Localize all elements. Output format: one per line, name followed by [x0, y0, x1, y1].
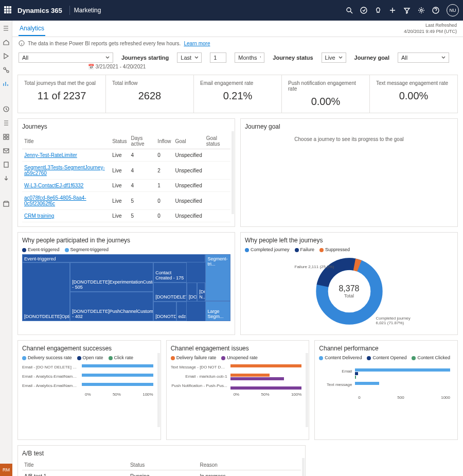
nav-chart-icon[interactable] — [3, 80, 9, 87]
kpi-email: Email engagement rate0.21% — [194, 75, 282, 113]
abtest-table: TitleStatusReason A/B test 1RunningIn pr… — [22, 460, 301, 476]
starting-label: Journeys starting — [121, 55, 169, 61]
main-content: Analytics Last Refreshed 4/20/2021 9:49 … — [12, 21, 463, 476]
performance-chart[interactable]: Email Text message 05001000 — [319, 368, 453, 435]
top-actions: NU — [346, 4, 459, 16]
rm-badge[interactable]: RM — [0, 464, 12, 476]
performance-card: Channel performance Content DeliveredCon… — [314, 340, 458, 440]
treemap-chart[interactable]: Event-triggered [DONOTDELETE]Optimizatio… — [22, 254, 230, 321]
help-icon[interactable] — [432, 7, 439, 14]
info-icon — [19, 40, 25, 46]
nav-nodes-icon[interactable] — [3, 66, 9, 73]
nav-grid-icon[interactable] — [3, 133, 9, 140]
journey-goal-card: Journey goal Choose a journey to see its… — [240, 118, 458, 227]
table-row[interactable]: W-L3-ContactEJ-df1f6332Live41Unspecified — [22, 180, 230, 192]
goal-dd[interactable]: All — [398, 52, 449, 63]
goal-label: Journey goal — [354, 55, 389, 61]
status-dd[interactable]: Live — [322, 52, 346, 63]
starting-mode-dd[interactable]: Last — [177, 52, 202, 63]
settings-icon[interactable] — [418, 7, 425, 14]
journey-link[interactable]: SegmentL3Tests-SegmentJourney-a59c2760 — [24, 165, 105, 176]
table-row[interactable]: ac078fcd-8e65-4805-8aa4-0c5f23062f6cLive… — [22, 192, 230, 210]
journey-link[interactable]: ac078fcd-8e65-4805-8aa4-0c5f23062f6c — [24, 195, 86, 206]
success-card: Channel engagement successes Delivery su… — [17, 340, 161, 440]
svg-rect-7 — [4, 134, 6, 136]
starting-unit-dd[interactable]: Months — [235, 52, 264, 63]
search-icon[interactable] — [346, 7, 353, 14]
date-range-hint: 📅 3/21/2021 - 4/20/2021 — [12, 64, 463, 73]
add-icon[interactable] — [389, 7, 396, 14]
filter-bar: All Journeys starting Last 1 Months Jour… — [12, 49, 463, 64]
scrollbar[interactable] — [306, 353, 308, 427]
nav-menu-icon[interactable] — [3, 25, 9, 31]
svg-rect-11 — [4, 149, 9, 153]
scrollbar[interactable] — [157, 353, 160, 427]
task-icon[interactable] — [360, 7, 367, 14]
nav-list-icon[interactable] — [3, 119, 9, 126]
nav-mail-icon[interactable] — [3, 147, 9, 154]
nav-archive-icon[interactable] — [3, 200, 9, 207]
nav-doc-icon[interactable] — [3, 161, 9, 168]
svg-rect-8 — [7, 134, 9, 136]
journeys-table: TitleStatusDays activeInflowGoalGoal sta… — [22, 133, 230, 222]
kpi-row: Total journeys that met the goal11 of 22… — [17, 75, 458, 113]
svg-rect-9 — [4, 137, 6, 139]
svg-rect-12 — [4, 162, 8, 167]
svg-point-2 — [420, 9, 422, 11]
nav-home-icon[interactable] — [3, 39, 9, 45]
top-bar: Dynamics 365 Marketing NU — [0, 0, 463, 21]
last-refreshed: Last Refreshed 4/20/2021 9:49 PM (UTC) — [404, 23, 457, 34]
journey-link[interactable]: CRM training — [24, 213, 54, 219]
table-row[interactable]: Jenny-Test-RateLimiterLive40Unspecified — [22, 149, 230, 162]
starting-qty-dd[interactable]: 1 — [210, 52, 226, 63]
app-launcher-icon[interactable] — [4, 6, 12, 14]
filter-icon[interactable] — [403, 7, 411, 14]
journeys-card: Journeys TitleStatusDays activeInflowGoa… — [17, 118, 235, 227]
table-row[interactable]: CRM trainingLive50Unspecified — [22, 210, 230, 222]
kpi-text: Text message engagement rate0.00% — [370, 75, 457, 113]
issues-card: Channel engagement issues Delivery failu… — [166, 340, 310, 440]
svg-point-1 — [361, 7, 367, 13]
tab-analytics[interactable]: Analytics — [19, 22, 45, 36]
table-row[interactable]: SegmentL3Tests-SegmentJourney-a59c2760Li… — [22, 162, 230, 180]
nav-clock-icon[interactable] — [3, 105, 9, 112]
left-nav — [0, 21, 12, 476]
journey-link[interactable]: Jenny-Test-RateLimiter — [24, 152, 77, 158]
journeys-dropdown[interactable]: All — [19, 52, 113, 63]
scrollbar[interactable] — [302, 458, 305, 476]
left-card: Why people left the journeys Completed j… — [240, 232, 458, 335]
abtest-card: A/B test TitleStatusReason A/B test 1Run… — [17, 445, 306, 476]
nav-down-icon[interactable] — [3, 175, 9, 182]
journey-link[interactable]: W-L3-ContactEJ-df1f6332 — [24, 183, 83, 188]
svg-point-0 — [347, 8, 351, 12]
success-chart[interactable]: Email - [DO NOT DELETE] L3 ... Email - A… — [22, 364, 156, 431]
svg-rect-10 — [7, 137, 9, 139]
table-row[interactable]: A/B test 1RunningIn progress — [22, 470, 301, 477]
status-label: Journey status — [273, 55, 313, 61]
lightbulb-icon[interactable] — [375, 7, 382, 14]
kpi-goal: Total journeys that met the goal11 of 22… — [18, 75, 106, 113]
scrollbar[interactable] — [232, 131, 234, 214]
nav-play-icon[interactable] — [3, 52, 9, 59]
user-avatar[interactable]: NU — [447, 4, 459, 16]
participated-card: Why people participated in the journeys … — [17, 232, 235, 335]
svg-rect-13 — [4, 202, 9, 206]
info-bar: The data in these Power BI reports gets … — [12, 37, 463, 49]
issues-chart[interactable]: Text Message - [DO NOT DEL... Email - ma… — [171, 364, 305, 431]
learn-more-link[interactable]: Learn more — [184, 41, 210, 46]
divider — [69, 6, 70, 15]
brand-name: Dynamics 365 — [17, 7, 62, 14]
module-name: Marketing — [74, 7, 101, 14]
kpi-inflow: Total inflow2628 — [106, 75, 194, 113]
kpi-push: Push notification engagement rate0.00% — [282, 75, 370, 113]
donut-chart[interactable]: 8,378Total Failure 2,111 (25.2%) Complet… — [313, 255, 385, 327]
